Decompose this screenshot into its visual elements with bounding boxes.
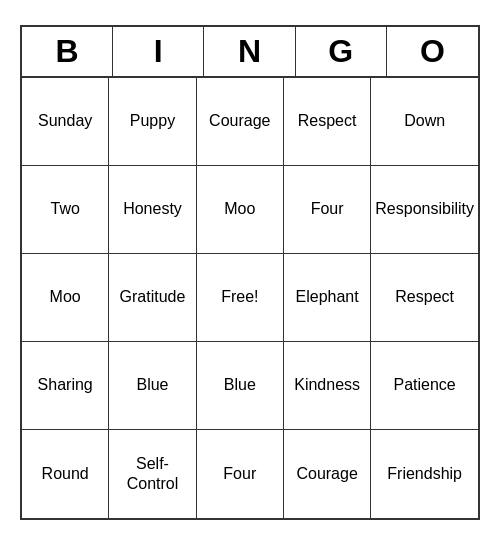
bingo-cell-text: Patience: [394, 375, 456, 394]
bingo-cell: Honesty: [109, 166, 196, 254]
bingo-cell-text: Honesty: [123, 199, 182, 218]
bingo-cell: Moo: [197, 166, 284, 254]
bingo-cell: Respect: [284, 78, 371, 166]
bingo-cell: Friendship: [371, 430, 478, 518]
bingo-cell-text: Responsibility: [375, 199, 474, 218]
bingo-cell-text: Moo: [224, 199, 255, 218]
bingo-cell: Two: [22, 166, 109, 254]
bingo-cell-text: Down: [404, 111, 445, 130]
bingo-cell-text: Blue: [224, 375, 256, 394]
bingo-cell: Moo: [22, 254, 109, 342]
bingo-cell: Four: [197, 430, 284, 518]
bingo-cell-text: Self-Control: [113, 454, 191, 492]
bingo-header-letter: O: [387, 27, 478, 76]
bingo-cell: Courage: [197, 78, 284, 166]
bingo-cell-text: Friendship: [387, 464, 462, 483]
bingo-cell-text: Four: [223, 464, 256, 483]
bingo-cell: Sharing: [22, 342, 109, 430]
bingo-cell-text: Sunday: [38, 111, 92, 130]
bingo-cell-text: Round: [42, 464, 89, 483]
bingo-cell-text: Respect: [298, 111, 357, 130]
bingo-cell: Patience: [371, 342, 478, 430]
bingo-cell-text: Kindness: [294, 375, 360, 394]
bingo-cell-text: Sharing: [38, 375, 93, 394]
bingo-cell: Gratitude: [109, 254, 196, 342]
bingo-header-letter: N: [204, 27, 295, 76]
bingo-cell: Blue: [197, 342, 284, 430]
bingo-cell: Puppy: [109, 78, 196, 166]
bingo-header: BINGO: [22, 27, 478, 78]
bingo-cell-text: Elephant: [296, 287, 359, 306]
bingo-cell: Free!: [197, 254, 284, 342]
bingo-cell-text: Two: [50, 199, 79, 218]
bingo-cell: Down: [371, 78, 478, 166]
bingo-header-letter: B: [22, 27, 113, 76]
bingo-cell-text: Four: [311, 199, 344, 218]
bingo-card: BINGO SundayPuppyCourageRespectDownTwoHo…: [20, 25, 480, 520]
bingo-header-letter: I: [113, 27, 204, 76]
bingo-cell: Sunday: [22, 78, 109, 166]
bingo-cell: Kindness: [284, 342, 371, 430]
bingo-cell: Round: [22, 430, 109, 518]
bingo-cell: Responsibility: [371, 166, 478, 254]
bingo-cell: Four: [284, 166, 371, 254]
bingo-cell: Courage: [284, 430, 371, 518]
bingo-cell: Self-Control: [109, 430, 196, 518]
bingo-cell: Respect: [371, 254, 478, 342]
bingo-cell-text: Blue: [136, 375, 168, 394]
bingo-cell-text: Respect: [395, 287, 454, 306]
bingo-header-letter: G: [296, 27, 387, 76]
bingo-cell-text: Moo: [50, 287, 81, 306]
bingo-grid: SundayPuppyCourageRespectDownTwoHonestyM…: [22, 78, 478, 518]
bingo-cell-text: Free!: [221, 287, 258, 306]
bingo-cell: Blue: [109, 342, 196, 430]
bingo-cell-text: Gratitude: [120, 287, 186, 306]
bingo-cell-text: Courage: [209, 111, 270, 130]
bingo-cell-text: Puppy: [130, 111, 175, 130]
bingo-cell-text: Courage: [296, 464, 357, 483]
bingo-cell: Elephant: [284, 254, 371, 342]
